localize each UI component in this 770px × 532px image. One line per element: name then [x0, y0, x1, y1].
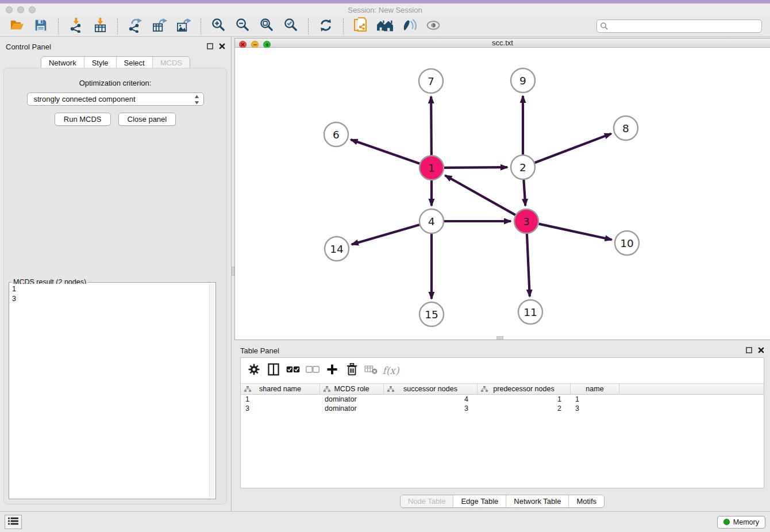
delete-table-button[interactable] — [361, 361, 381, 380]
export-table-button[interactable] — [150, 18, 168, 35]
graph-node-10[interactable]: 10 — [615, 231, 639, 255]
cell-name[interactable]: 1 — [571, 395, 619, 404]
mcds-result-text[interactable]: 1 3 — [10, 284, 209, 498]
zoom-fit-button[interactable] — [257, 18, 276, 35]
minimize-window-button[interactable] — [17, 6, 24, 13]
graph-node-6[interactable]: 6 — [324, 122, 348, 147]
zoom-out-button[interactable] — [233, 18, 252, 35]
criterion-select[interactable]: strongly connected component — [27, 92, 204, 106]
network-canvas[interactable]: 7968124314101511 — [235, 48, 770, 340]
apply-style-button[interactable] — [400, 18, 418, 35]
table-settings-button[interactable] — [244, 361, 264, 380]
export-image-button[interactable] — [174, 18, 192, 35]
graph-node-3[interactable]: 3 — [514, 209, 538, 233]
result-scrollbar[interactable] — [209, 284, 214, 498]
select-all-button[interactable] — [283, 361, 303, 380]
close-panel-icon[interactable] — [219, 41, 225, 52]
graph-edge-3-1[interactable] — [445, 175, 515, 215]
import-table-button[interactable] — [91, 18, 109, 35]
control-panel-title: Control Panel — [6, 43, 51, 51]
graph-node-7[interactable]: 7 — [419, 69, 443, 93]
save-session-button[interactable] — [32, 18, 50, 35]
cell-shared-name[interactable]: 3 — [241, 404, 320, 413]
apply-function-button[interactable]: f(x) — [381, 361, 401, 380]
export-network-button[interactable] — [126, 18, 144, 35]
create-column-button[interactable] — [322, 361, 342, 380]
graph-node-9[interactable]: 9 — [511, 68, 535, 92]
memory-button[interactable]: Memory — [717, 516, 765, 529]
graph-node-1[interactable]: 1 — [419, 156, 444, 180]
cell-shared-name[interactable]: 1 — [241, 395, 320, 404]
export-image-icon — [176, 17, 191, 35]
home-layout-button[interactable] — [376, 18, 394, 35]
tab-style[interactable]: Style — [84, 57, 116, 69]
table-row[interactable]: 1 dominator 4 1 1 — [241, 395, 764, 404]
graph-node-15[interactable]: 15 — [419, 302, 444, 326]
splitter-grip[interactable] — [232, 267, 234, 276]
cell-name[interactable]: 3 — [571, 404, 619, 413]
graph-node-2[interactable]: 2 — [511, 155, 535, 179]
refresh-button[interactable] — [317, 18, 335, 35]
import-network-button[interactable] — [67, 18, 85, 35]
table-row[interactable]: 3 dominator 3 2 3 — [241, 404, 764, 413]
tab-network[interactable]: Network — [41, 57, 84, 69]
zoom-selected-button[interactable] — [282, 18, 300, 35]
close-panel-button[interactable]: Close panel — [118, 113, 176, 126]
tab-network-table[interactable]: Network Table — [506, 495, 568, 507]
graph-node-label: 7 — [428, 75, 434, 87]
zoom-window-button[interactable] — [29, 6, 36, 13]
column-header-predecessor-nodes[interactable]: predecessor nodes — [478, 384, 571, 394]
graph-edge-1-6[interactable] — [351, 140, 419, 164]
tab-node-table[interactable]: Node Table — [401, 495, 453, 507]
close-window-button[interactable] — [6, 6, 13, 13]
graph-edge-2-3[interactable] — [523, 180, 525, 206]
graph-node-8[interactable]: 8 — [614, 116, 638, 140]
tab-motifs[interactable]: Motifs — [568, 495, 604, 507]
column-type-icon — [244, 386, 251, 394]
graph-node-4[interactable]: 4 — [419, 209, 444, 233]
window-title: Session: New Session — [348, 6, 422, 14]
graph-edge-1-7[interactable] — [431, 97, 432, 155]
table-panel-title: Table Panel — [240, 346, 279, 355]
main-toolbar — [0, 16, 770, 37]
deselect-all-button[interactable] — [303, 361, 322, 380]
zoom-in-button[interactable] — [209, 18, 228, 35]
cell-predecessor-nodes[interactable]: 1 — [478, 395, 571, 404]
cell-successor-nodes[interactable]: 4 — [384, 395, 478, 404]
graph-edge-3-11[interactable] — [527, 234, 530, 296]
cell-mcds-role[interactable]: dominator — [320, 404, 384, 413]
show-columns-button[interactable] — [264, 361, 283, 380]
close-panel-icon[interactable] — [758, 345, 764, 356]
open-session-button[interactable] — [7, 18, 26, 35]
zoom-in-icon — [211, 17, 226, 35]
graph-node-14[interactable]: 14 — [325, 237, 349, 261]
cell-predecessor-nodes[interactable]: 2 — [478, 404, 571, 413]
graph-node-label: 6 — [333, 129, 340, 141]
cell-successor-nodes[interactable]: 3 — [384, 404, 478, 413]
graph-edge-1-2[interactable] — [444, 167, 507, 168]
run-mcds-button[interactable]: Run MCDS — [55, 113, 111, 126]
show-panels-button[interactable] — [5, 515, 22, 529]
column-header-name[interactable]: name — [571, 384, 619, 394]
graph-edge-3-10[interactable] — [538, 224, 611, 240]
tab-mcds[interactable]: MCDS — [152, 57, 190, 69]
column-header-successor-nodes[interactable]: successor nodes — [384, 384, 478, 394]
column-header-mcds-role[interactable]: MCDS role — [320, 384, 384, 394]
network-window-titlebar[interactable]: scc.txt — [235, 38, 770, 48]
float-panel-icon[interactable] — [207, 41, 213, 52]
search-input[interactable] — [596, 20, 762, 33]
cell-mcds-role[interactable]: dominator — [320, 395, 384, 404]
import-network-icon — [68, 17, 84, 35]
tab-edge-table[interactable]: Edge Table — [453, 495, 506, 507]
column-header-shared-name[interactable]: shared name — [241, 384, 320, 394]
graph-node-11[interactable]: 11 — [518, 300, 542, 324]
float-panel-icon[interactable] — [746, 345, 752, 356]
delete-column-button[interactable] — [342, 361, 361, 380]
graph-edge-4-14[interactable] — [352, 225, 419, 244]
column-label: MCDS role — [334, 385, 369, 393]
canvas-splitter-grip[interactable] — [496, 336, 503, 340]
graph-edge-2-8[interactable] — [535, 134, 611, 163]
tab-select[interactable]: Select — [116, 57, 152, 69]
clone-network-button[interactable] — [352, 18, 370, 35]
show-hide-button[interactable] — [424, 18, 442, 35]
